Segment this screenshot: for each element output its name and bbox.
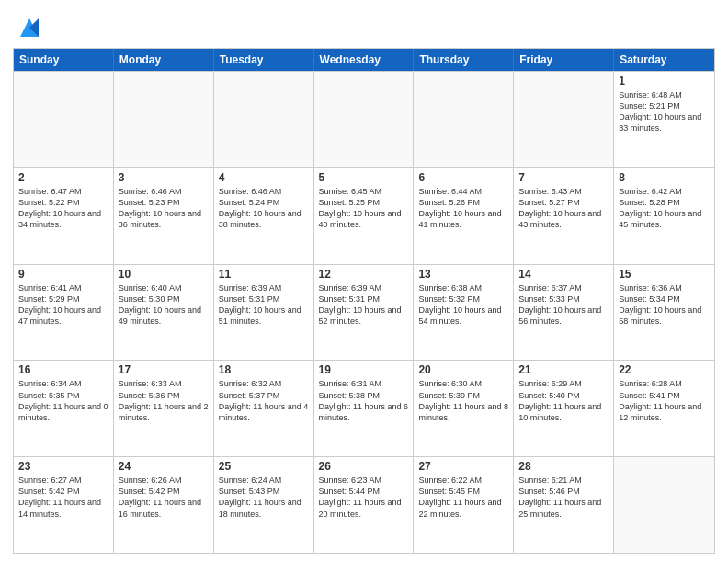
day-number: 2 <box>18 171 108 184</box>
calendar-cell-2-6: 15Sunrise: 6:36 AM Sunset: 5:34 PM Dayli… <box>614 265 714 361</box>
day-number: 9 <box>18 268 108 281</box>
calendar-cell-4-6 <box>614 457 714 553</box>
day-number: 13 <box>418 268 508 281</box>
day-info: Sunrise: 6:42 AM Sunset: 5:28 PM Dayligh… <box>619 186 710 231</box>
day-info: Sunrise: 6:26 AM Sunset: 5:42 PM Dayligh… <box>119 475 209 520</box>
logo-icon <box>17 15 42 40</box>
day-number: 22 <box>619 363 710 376</box>
logo <box>13 15 42 40</box>
calendar-cell-3-6: 22Sunrise: 6:28 AM Sunset: 5:41 PM Dayli… <box>614 361 714 456</box>
day-number: 23 <box>18 460 108 473</box>
day-number: 4 <box>219 171 309 184</box>
day-number: 27 <box>418 460 508 473</box>
calendar-cell-0-4 <box>414 72 514 167</box>
header-day-sunday: Sunday <box>14 49 114 71</box>
day-info: Sunrise: 6:29 AM Sunset: 5:40 PM Dayligh… <box>518 378 609 423</box>
day-info: Sunrise: 6:44 AM Sunset: 5:26 PM Dayligh… <box>418 186 508 231</box>
calendar-row-2: 9Sunrise: 6:41 AM Sunset: 5:29 PM Daylig… <box>14 264 714 361</box>
calendar: SundayMondayTuesdayWednesdayThursdayFrid… <box>13 48 715 554</box>
day-info: Sunrise: 6:22 AM Sunset: 5:45 PM Dayligh… <box>418 475 508 520</box>
day-info: Sunrise: 6:21 AM Sunset: 5:46 PM Dayligh… <box>518 475 609 520</box>
calendar-cell-1-4: 6Sunrise: 6:44 AM Sunset: 5:26 PM Daylig… <box>414 168 514 264</box>
calendar-cell-2-0: 9Sunrise: 6:41 AM Sunset: 5:29 PM Daylig… <box>14 265 114 361</box>
page: SundayMondayTuesdayWednesdayThursdayFrid… <box>0 0 728 563</box>
calendar-cell-3-1: 17Sunrise: 6:33 AM Sunset: 5:36 PM Dayli… <box>114 361 214 456</box>
calendar-cell-0-2 <box>214 72 314 167</box>
day-number: 5 <box>319 171 409 184</box>
day-number: 7 <box>518 171 609 184</box>
day-info: Sunrise: 6:40 AM Sunset: 5:30 PM Dayligh… <box>119 282 209 327</box>
header-day-wednesday: Wednesday <box>314 49 415 71</box>
day-info: Sunrise: 6:41 AM Sunset: 5:29 PM Dayligh… <box>18 282 108 327</box>
calendar-cell-0-0 <box>14 72 114 167</box>
day-number: 1 <box>619 75 710 87</box>
calendar-cell-4-1: 24Sunrise: 6:26 AM Sunset: 5:42 PM Dayli… <box>114 457 214 553</box>
calendar-cell-0-6: 1Sunrise: 6:48 AM Sunset: 5:21 PM Daylig… <box>614 72 714 167</box>
calendar-cell-0-3 <box>314 72 415 167</box>
day-info: Sunrise: 6:30 AM Sunset: 5:39 PM Dayligh… <box>418 378 508 423</box>
calendar-cell-1-6: 8Sunrise: 6:42 AM Sunset: 5:28 PM Daylig… <box>614 168 714 264</box>
day-info: Sunrise: 6:23 AM Sunset: 5:44 PM Dayligh… <box>319 475 409 520</box>
calendar-cell-3-3: 19Sunrise: 6:31 AM Sunset: 5:38 PM Dayli… <box>314 361 415 456</box>
day-info: Sunrise: 6:32 AM Sunset: 5:37 PM Dayligh… <box>219 378 309 423</box>
calendar-cell-2-5: 14Sunrise: 6:37 AM Sunset: 5:33 PM Dayli… <box>514 265 614 361</box>
day-info: Sunrise: 6:45 AM Sunset: 5:25 PM Dayligh… <box>319 186 409 231</box>
calendar-cell-3-5: 21Sunrise: 6:29 AM Sunset: 5:40 PM Dayli… <box>514 361 614 456</box>
calendar-cell-3-4: 20Sunrise: 6:30 AM Sunset: 5:39 PM Dayli… <box>414 361 514 456</box>
day-info: Sunrise: 6:39 AM Sunset: 5:31 PM Dayligh… <box>319 282 409 327</box>
day-number: 24 <box>119 460 209 473</box>
calendar-cell-4-0: 23Sunrise: 6:27 AM Sunset: 5:42 PM Dayli… <box>14 457 114 553</box>
calendar-cell-1-5: 7Sunrise: 6:43 AM Sunset: 5:27 PM Daylig… <box>514 168 614 264</box>
calendar-body: 1Sunrise: 6:48 AM Sunset: 5:21 PM Daylig… <box>14 71 714 553</box>
header <box>13 11 715 40</box>
calendar-row-4: 23Sunrise: 6:27 AM Sunset: 5:42 PM Dayli… <box>14 456 714 553</box>
day-info: Sunrise: 6:36 AM Sunset: 5:34 PM Dayligh… <box>619 282 710 327</box>
calendar-cell-1-1: 3Sunrise: 6:46 AM Sunset: 5:23 PM Daylig… <box>114 168 214 264</box>
day-info: Sunrise: 6:46 AM Sunset: 5:24 PM Dayligh… <box>219 186 309 231</box>
calendar-cell-1-3: 5Sunrise: 6:45 AM Sunset: 5:25 PM Daylig… <box>314 168 415 264</box>
day-number: 28 <box>518 460 609 473</box>
day-info: Sunrise: 6:24 AM Sunset: 5:43 PM Dayligh… <box>219 475 309 520</box>
calendar-row-3: 16Sunrise: 6:34 AM Sunset: 5:35 PM Dayli… <box>14 360 714 456</box>
day-number: 14 <box>518 268 609 281</box>
calendar-cell-4-3: 26Sunrise: 6:23 AM Sunset: 5:44 PM Dayli… <box>314 457 415 553</box>
day-number: 12 <box>319 268 409 281</box>
calendar-cell-0-5 <box>514 72 614 167</box>
header-day-thursday: Thursday <box>414 49 514 71</box>
calendar-row-0: 1Sunrise: 6:48 AM Sunset: 5:21 PM Daylig… <box>14 71 714 167</box>
calendar-cell-4-4: 27Sunrise: 6:22 AM Sunset: 5:45 PM Dayli… <box>414 457 514 553</box>
day-number: 19 <box>319 363 409 376</box>
calendar-header: SundayMondayTuesdayWednesdayThursdayFrid… <box>14 49 714 71</box>
calendar-cell-4-5: 28Sunrise: 6:21 AM Sunset: 5:46 PM Dayli… <box>514 457 614 553</box>
calendar-cell-3-0: 16Sunrise: 6:34 AM Sunset: 5:35 PM Dayli… <box>14 361 114 456</box>
day-number: 10 <box>119 268 209 281</box>
calendar-cell-1-2: 4Sunrise: 6:46 AM Sunset: 5:24 PM Daylig… <box>214 168 314 264</box>
day-number: 16 <box>18 363 108 376</box>
calendar-row-1: 2Sunrise: 6:47 AM Sunset: 5:22 PM Daylig… <box>14 167 714 264</box>
day-info: Sunrise: 6:48 AM Sunset: 5:21 PM Dayligh… <box>619 89 710 134</box>
day-number: 17 <box>119 363 209 376</box>
header-day-tuesday: Tuesday <box>214 49 314 71</box>
day-info: Sunrise: 6:34 AM Sunset: 5:35 PM Dayligh… <box>18 378 108 423</box>
calendar-cell-4-2: 25Sunrise: 6:24 AM Sunset: 5:43 PM Dayli… <box>214 457 314 553</box>
header-day-monday: Monday <box>114 49 214 71</box>
calendar-cell-2-1: 10Sunrise: 6:40 AM Sunset: 5:30 PM Dayli… <box>114 265 214 361</box>
day-number: 25 <box>219 460 309 473</box>
day-number: 18 <box>219 363 309 376</box>
day-number: 11 <box>219 268 309 281</box>
day-number: 3 <box>119 171 209 184</box>
day-info: Sunrise: 6:33 AM Sunset: 5:36 PM Dayligh… <box>119 378 209 423</box>
day-number: 26 <box>319 460 409 473</box>
day-number: 20 <box>418 363 508 376</box>
header-day-saturday: Saturday <box>614 49 714 71</box>
day-number: 6 <box>418 171 508 184</box>
header-day-friday: Friday <box>514 49 614 71</box>
calendar-cell-2-3: 12Sunrise: 6:39 AM Sunset: 5:31 PM Dayli… <box>314 265 415 361</box>
day-info: Sunrise: 6:47 AM Sunset: 5:22 PM Dayligh… <box>18 186 108 231</box>
day-info: Sunrise: 6:46 AM Sunset: 5:23 PM Dayligh… <box>119 186 209 231</box>
day-info: Sunrise: 6:31 AM Sunset: 5:38 PM Dayligh… <box>319 378 409 423</box>
calendar-cell-1-0: 2Sunrise: 6:47 AM Sunset: 5:22 PM Daylig… <box>14 168 114 264</box>
calendar-cell-2-2: 11Sunrise: 6:39 AM Sunset: 5:31 PM Dayli… <box>214 265 314 361</box>
day-info: Sunrise: 6:37 AM Sunset: 5:33 PM Dayligh… <box>518 282 609 327</box>
day-number: 21 <box>518 363 609 376</box>
